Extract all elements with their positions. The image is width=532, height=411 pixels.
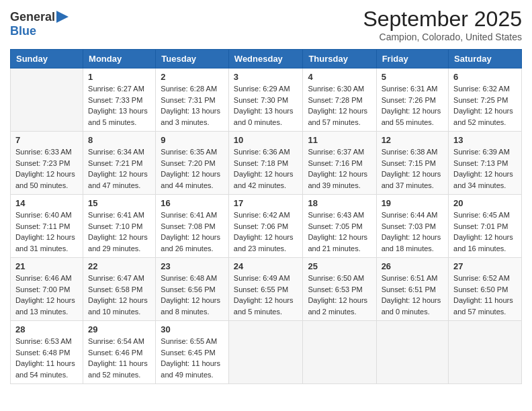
cell-text: and 18 minutes. [382,243,443,255]
cell-text: and 49 minutes. [161,369,224,381]
cell-text: Daylight: 12 hours [15,169,78,180]
subtitle: Campion, Colorado, United States [363,32,522,42]
cell-text: Sunrise: 6:35 AM [161,146,224,158]
day-number: 24 [234,261,298,271]
cell-text: and 26 minutes. [161,243,224,255]
cell-text: Sunrise: 6:34 AM [88,146,150,158]
cell-text: Sunset: 7:23 PM [15,158,78,169]
cell-text: Sunset: 7:08 PM [161,221,224,232]
cell-text: Sunset: 7:16 PM [308,158,371,169]
cell-text: Daylight: 12 hours [88,169,150,180]
cell-text: and 52 minutes. [453,117,517,128]
cell-text: Daylight: 13 hours [88,105,150,117]
cell-text: Daylight: 12 hours [88,295,150,306]
cell-text: Sunrise: 6:32 AM [453,83,517,95]
cell-text: Sunrise: 6:47 AM [88,273,150,284]
cell-text: Sunrise: 6:39 AM [453,146,517,158]
cell-text: Sunrise: 6:53 AM [15,336,78,347]
calendar-table: SundayMondayTuesdayWednesdayThursdayFrid… [10,49,522,384]
calendar-cell [303,321,376,384]
cell-text: Sunset: 7:33 PM [88,95,150,106]
day-number: 19 [382,198,443,208]
cell-text: Sunset: 6:48 PM [15,347,78,359]
cell-text: and 34 minutes. [453,180,517,191]
calendar-cell: 18Sunrise: 6:43 AMSunset: 7:05 PMDayligh… [303,195,376,258]
cell-text: and 42 minutes. [234,180,298,191]
cell-text: and 8 minutes. [161,306,224,318]
svg-marker-0 [56,11,69,23]
cell-text: Sunset: 7:01 PM [453,221,517,232]
calendar-cell [228,321,303,384]
cell-text: Sunset: 7:06 PM [234,221,298,232]
calendar-cell: 13Sunrise: 6:39 AMSunset: 7:13 PMDayligh… [449,132,522,195]
cell-text: Sunset: 7:15 PM [382,158,443,169]
logo: General Blue [10,7,69,38]
cell-text: Sunrise: 6:41 AM [88,210,150,221]
calendar-week-row: 14Sunrise: 6:40 AMSunset: 7:11 PMDayligh… [11,195,522,258]
calendar-cell: 12Sunrise: 6:38 AMSunset: 7:15 PMDayligh… [376,132,448,195]
logo-triangle-icon [56,11,69,23]
cell-text: Sunrise: 6:41 AM [161,210,224,221]
cell-text: Sunset: 7:03 PM [382,221,443,232]
cell-text: Sunrise: 6:29 AM [234,83,298,95]
day-number: 20 [453,198,517,208]
calendar-cell: 11Sunrise: 6:37 AMSunset: 7:16 PMDayligh… [303,132,376,195]
cell-text: and 31 minutes. [15,243,78,255]
calendar-cell [449,321,522,384]
day-number: 14 [15,198,78,208]
cell-text: and 5 minutes. [88,117,150,128]
cell-text: Daylight: 12 hours [382,169,443,180]
calendar-cell: 2Sunrise: 6:28 AMSunset: 7:31 PMDaylight… [156,68,229,132]
calendar-week-row: 28Sunrise: 6:53 AMSunset: 6:48 PMDayligh… [11,321,522,384]
cell-text: Sunset: 6:51 PM [382,284,443,295]
cell-text: Daylight: 12 hours [308,295,371,306]
cell-text: Daylight: 12 hours [234,295,298,306]
cell-text: Sunrise: 6:40 AM [15,210,78,221]
cell-text: and 50 minutes. [15,180,78,191]
cell-text: Sunrise: 6:55 AM [161,336,224,347]
cell-text: Sunrise: 6:52 AM [453,273,517,284]
cell-text: Daylight: 12 hours [161,232,224,243]
calendar-cell: 26Sunrise: 6:51 AMSunset: 6:51 PMDayligh… [376,258,448,321]
calendar-cell: 22Sunrise: 6:47 AMSunset: 6:58 PMDayligh… [83,258,156,321]
calendar-week-row: 7Sunrise: 6:33 AMSunset: 7:23 PMDaylight… [11,132,522,195]
cell-text: Sunrise: 6:45 AM [453,210,517,221]
logo-general-text: General [10,10,55,24]
cell-text: and 0 minutes. [382,306,443,318]
day-number: 16 [161,198,224,208]
cell-text: Daylight: 12 hours [234,169,298,180]
calendar-cell: 28Sunrise: 6:53 AMSunset: 6:48 PMDayligh… [11,321,83,384]
day-header-saturday: Saturday [449,50,522,68]
calendar-cell: 10Sunrise: 6:36 AMSunset: 7:18 PMDayligh… [228,132,303,195]
cell-text: Daylight: 12 hours [88,232,150,243]
cell-text: Sunset: 7:10 PM [88,221,150,232]
calendar-cell: 14Sunrise: 6:40 AMSunset: 7:11 PMDayligh… [11,195,83,258]
cell-text: Sunset: 6:46 PM [88,347,150,359]
cell-text: Sunrise: 6:27 AM [88,83,150,95]
cell-text: Sunrise: 6:46 AM [15,273,78,284]
day-number: 25 [308,261,371,271]
calendar-cell: 16Sunrise: 6:41 AMSunset: 7:08 PMDayligh… [156,195,229,258]
day-number: 29 [88,324,150,334]
day-number: 26 [382,261,443,271]
cell-text: Sunset: 7:11 PM [15,221,78,232]
day-number: 17 [234,198,298,208]
cell-text: Sunset: 7:13 PM [453,158,517,169]
day-number: 8 [88,135,150,145]
day-number: 6 [453,72,517,82]
day-number: 27 [453,261,517,271]
calendar-cell: 25Sunrise: 6:50 AMSunset: 6:53 PMDayligh… [303,258,376,321]
calendar-cell: 6Sunrise: 6:32 AMSunset: 7:25 PMDaylight… [449,68,522,132]
day-header-sunday: Sunday [11,50,83,68]
calendar-cell: 3Sunrise: 6:29 AMSunset: 7:30 PMDaylight… [228,68,303,132]
cell-text: Sunset: 7:21 PM [88,158,150,169]
cell-text: Daylight: 11 hours [453,295,517,306]
cell-text: and 5 minutes. [234,306,298,318]
cell-text: Sunrise: 6:36 AM [234,146,298,158]
cell-text: Daylight: 12 hours [15,232,78,243]
cell-text: Daylight: 13 hours [234,105,298,117]
day-number: 15 [88,198,150,208]
cell-text: Sunrise: 6:28 AM [161,83,224,95]
cell-text: and 44 minutes. [161,180,224,191]
cell-text: Sunset: 7:05 PM [308,221,371,232]
